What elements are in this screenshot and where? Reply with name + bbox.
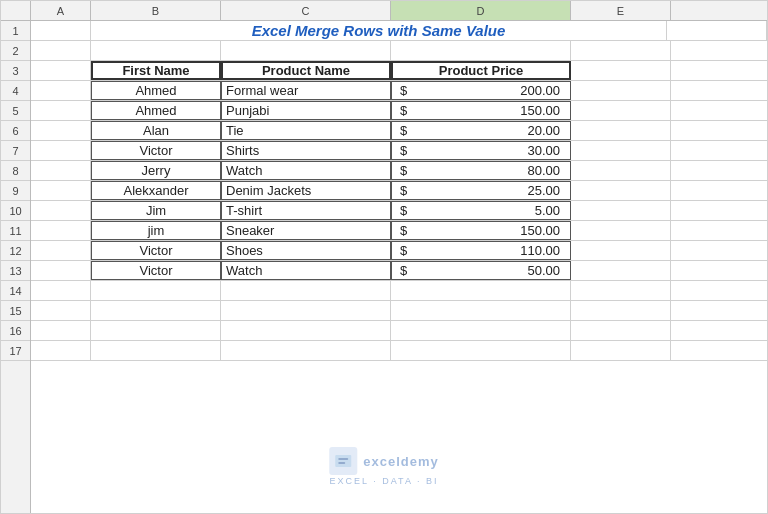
row-num-5[interactable]: 5 — [1, 101, 30, 121]
cell-b16[interactable] — [91, 321, 221, 340]
cell-b11[interactable]: jim — [91, 221, 221, 240]
cell-d16[interactable] — [391, 321, 571, 340]
cell-a13[interactable] — [31, 261, 91, 280]
cell-e16[interactable] — [571, 321, 671, 340]
row-num-1[interactable]: 1 — [1, 21, 30, 41]
cell-d3-header[interactable]: Product Price — [391, 61, 571, 80]
row-num-16[interactable]: 16 — [1, 321, 30, 341]
col-header-a[interactable]: A — [31, 1, 91, 20]
cell-d7[interactable]: $30.00 — [391, 141, 571, 160]
row-num-2[interactable]: 2 — [1, 41, 30, 61]
row-num-10[interactable]: 10 — [1, 201, 30, 221]
cell-d10[interactable]: $5.00 — [391, 201, 571, 220]
cell-d17[interactable] — [391, 341, 571, 360]
cell-c2[interactable] — [221, 41, 391, 60]
cell-d9[interactable]: $25.00 — [391, 181, 571, 200]
cell-c17[interactable] — [221, 341, 391, 360]
cell-a14[interactable] — [31, 281, 91, 300]
cell-a8[interactable] — [31, 161, 91, 180]
cell-e7[interactable] — [571, 141, 671, 160]
cell-a15[interactable] — [31, 301, 91, 320]
cell-e2[interactable] — [571, 41, 671, 60]
cell-b7[interactable]: Victor — [91, 141, 221, 160]
cell-e6[interactable] — [571, 121, 671, 140]
cell-e8[interactable] — [571, 161, 671, 180]
cell-b13[interactable]: Victor — [91, 261, 221, 280]
cell-e5[interactable] — [571, 101, 671, 120]
cell-d13[interactable]: $50.00 — [391, 261, 571, 280]
cell-c10[interactable]: T-shirt — [221, 201, 391, 220]
row-num-3[interactable]: 3 — [1, 61, 30, 81]
cell-b5[interactable]: Ahmed — [91, 101, 221, 120]
row-num-4[interactable]: 4 — [1, 81, 30, 101]
row-num-8[interactable]: 8 — [1, 161, 30, 181]
cell-e11[interactable] — [571, 221, 671, 240]
col-header-b[interactable]: B — [91, 1, 221, 20]
cell-d15[interactable] — [391, 301, 571, 320]
cell-e13[interactable] — [571, 261, 671, 280]
cell-b2[interactable] — [91, 41, 221, 60]
cell-d5[interactable]: $150.00 — [391, 101, 571, 120]
cell-b9[interactable]: Alekxander — [91, 181, 221, 200]
cell-c13[interactable]: Watch — [221, 261, 391, 280]
cell-a7[interactable] — [31, 141, 91, 160]
cell-a2[interactable] — [31, 41, 91, 60]
cell-c5[interactable]: Punjabi — [221, 101, 391, 120]
row-num-13[interactable]: 13 — [1, 261, 30, 281]
cell-b15[interactable] — [91, 301, 221, 320]
cell-a16[interactable] — [31, 321, 91, 340]
cell-a10[interactable] — [31, 201, 91, 220]
cell-e12[interactable] — [571, 241, 671, 260]
cell-e9[interactable] — [571, 181, 671, 200]
cell-c4[interactable]: Formal wear — [221, 81, 391, 100]
cell-b6[interactable]: Alan — [91, 121, 221, 140]
col-header-e[interactable]: E — [571, 1, 671, 20]
cell-e14[interactable] — [571, 281, 671, 300]
cell-c16[interactable] — [221, 321, 391, 340]
row-num-12[interactable]: 12 — [1, 241, 30, 261]
col-header-d[interactable]: D — [391, 1, 571, 20]
cell-a12[interactable] — [31, 241, 91, 260]
cell-e3[interactable] — [571, 61, 671, 80]
cell-b3-header[interactable]: First Name — [91, 61, 221, 80]
cell-b10[interactable]: Jim — [91, 201, 221, 220]
cell-b8[interactable]: Jerry — [91, 161, 221, 180]
row-num-17[interactable]: 17 — [1, 341, 30, 361]
cell-d12[interactable]: $110.00 — [391, 241, 571, 260]
cell-b4[interactable]: Ahmed — [91, 81, 221, 100]
cell-a4[interactable] — [31, 81, 91, 100]
cell-a11[interactable] — [31, 221, 91, 240]
cell-c12[interactable]: Shoes — [221, 241, 391, 260]
row-num-14[interactable]: 14 — [1, 281, 30, 301]
cell-a5[interactable] — [31, 101, 91, 120]
row-num-9[interactable]: 9 — [1, 181, 30, 201]
cell-c7[interactable]: Shirts — [221, 141, 391, 160]
cell-a1[interactable] — [31, 21, 91, 40]
cell-c15[interactable] — [221, 301, 391, 320]
cell-c14[interactable] — [221, 281, 391, 300]
cell-d11[interactable]: $150.00 — [391, 221, 571, 240]
cell-b14[interactable] — [91, 281, 221, 300]
cell-c6[interactable]: Tie — [221, 121, 391, 140]
cell-b17[interactable] — [91, 341, 221, 360]
row-num-15[interactable]: 15 — [1, 301, 30, 321]
cell-e1[interactable] — [667, 21, 767, 40]
cell-d2[interactable] — [391, 41, 571, 60]
cell-a9[interactable] — [31, 181, 91, 200]
row-num-11[interactable]: 11 — [1, 221, 30, 241]
cell-a3[interactable] — [31, 61, 91, 80]
cell-e17[interactable] — [571, 341, 671, 360]
cell-b12[interactable]: Victor — [91, 241, 221, 260]
cell-c11[interactable]: Sneaker — [221, 221, 391, 240]
cell-c8[interactable]: Watch — [221, 161, 391, 180]
cell-e15[interactable] — [571, 301, 671, 320]
cell-d6[interactable]: $20.00 — [391, 121, 571, 140]
cell-d8[interactable]: $80.00 — [391, 161, 571, 180]
col-header-c[interactable]: C — [221, 1, 391, 20]
row-num-7[interactable]: 7 — [1, 141, 30, 161]
cell-a17[interactable] — [31, 341, 91, 360]
cell-d14[interactable] — [391, 281, 571, 300]
cell-e10[interactable] — [571, 201, 671, 220]
cell-d4[interactable]: $200.00 — [391, 81, 571, 100]
row-num-6[interactable]: 6 — [1, 121, 30, 141]
